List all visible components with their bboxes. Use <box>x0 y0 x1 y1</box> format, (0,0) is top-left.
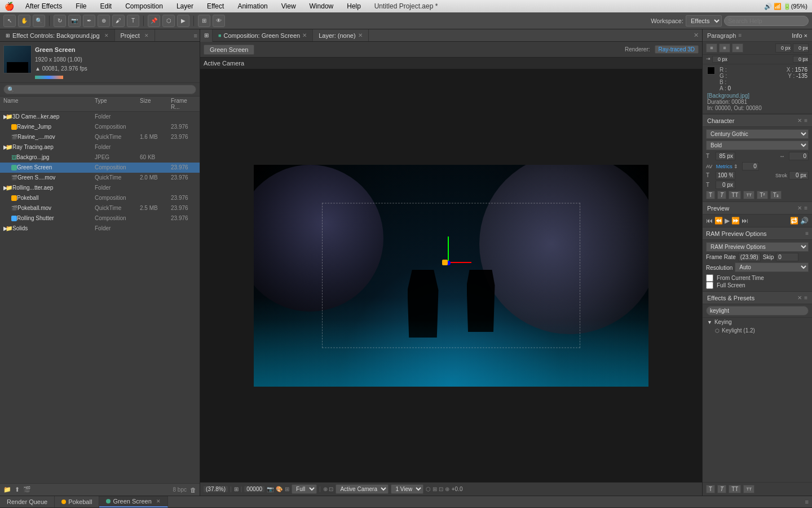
effects-close[interactable]: ✕ <box>797 295 802 301</box>
zoom-value[interactable]: (37.8%) <box>204 486 228 492</box>
tl-tab-render-queue[interactable]: Render Queue <box>0 496 55 507</box>
align-right-btn[interactable]: ≡ <box>732 43 743 52</box>
scale-h-input[interactable] <box>716 171 735 179</box>
effects-menu[interactable]: ≡ <box>804 295 807 301</box>
tree-item-3[interactable]: ▶ 📁 Ray Tracing.aep Folder <box>0 142 200 152</box>
view-count-select[interactable]: 1 View <box>391 484 423 494</box>
tab-project[interactable]: Project ✕ <box>115 29 155 41</box>
tab-layer[interactable]: Layer: (none) ✕ <box>313 29 368 41</box>
tracking-input[interactable] <box>789 152 809 160</box>
tl-tab-pokeball[interactable]: Pokeball <box>55 496 99 507</box>
tab-effect-controls[interactable]: ⊞ Effect Controls: Background.jpg ✕ <box>0 29 115 41</box>
prev-to-start[interactable]: ⏮ <box>706 217 713 225</box>
green-screen-tl-close[interactable]: ✕ <box>156 498 161 504</box>
menu-layer[interactable]: Layer <box>174 2 196 10</box>
ram-from-current-cb[interactable] <box>706 274 713 282</box>
tree-item-6[interactable]: 🎬 Green S....mov QuickTime 2.0 MB 23.976 <box>0 173 200 183</box>
toolbar-pen[interactable]: ✒ <box>83 15 95 27</box>
active-camera-select[interactable]: Active Camera <box>336 484 389 494</box>
project-search-input[interactable] <box>3 85 196 94</box>
para-indent2[interactable] <box>793 43 809 52</box>
fmt-smallcaps[interactable]: TT <box>743 191 754 199</box>
font-size-input[interactable] <box>716 152 735 160</box>
toolbar-rotate[interactable]: ↻ <box>54 15 66 27</box>
toolbar-clone[interactable]: ⊕ <box>98 15 110 27</box>
align-center-btn[interactable]: ≡ <box>719 43 730 52</box>
toolbar-select[interactable]: ↖ <box>3 15 16 27</box>
menu-composition[interactable]: Composition <box>123 2 165 10</box>
para-space1[interactable] <box>712 56 728 63</box>
search-help-input[interactable] <box>724 16 809 26</box>
delete-btn[interactable]: 🗑 <box>190 487 196 493</box>
menu-file[interactable]: File <box>73 2 89 10</box>
baseline-input[interactable] <box>716 181 735 189</box>
menu-help[interactable]: Help <box>345 2 363 10</box>
fmt-sub[interactable]: T₂ <box>770 191 782 199</box>
prev-audio[interactable]: 🔊 <box>800 217 809 225</box>
rpanel-menu-icon[interactable]: ≡ <box>738 32 742 38</box>
toolbar-pin[interactable]: 📌 <box>148 15 160 27</box>
tl-menu-icon[interactable]: ≡ <box>805 498 809 505</box>
comp-tab-close[interactable]: ✕ <box>302 32 307 38</box>
para-indent1[interactable] <box>775 43 791 52</box>
metrics-select[interactable]: Metrics <box>716 164 732 169</box>
toolbar-zoom[interactable]: 🔍 <box>33 15 45 27</box>
fmt-italic[interactable]: T <box>717 191 726 199</box>
fmt-allcaps[interactable]: TT <box>729 191 741 199</box>
align-left-btn[interactable]: ≡ <box>706 43 717 52</box>
ram-res-select[interactable]: Auto <box>735 262 809 272</box>
eff-fmt-1[interactable]: T <box>706 485 715 493</box>
toolbar-hand[interactable]: ✋ <box>18 15 30 27</box>
prev-loop[interactable]: 🔁 <box>790 217 798 225</box>
preview-close[interactable]: ✕ <box>797 205 802 211</box>
left-panel-menu-icon[interactable]: ≡ <box>194 32 197 39</box>
ram-skip-value[interactable] <box>776 253 798 261</box>
prev-fwd-frame[interactable]: ⏩ <box>731 217 740 225</box>
tree-item-10[interactable]: Rolling Shutter Composition 23.976 <box>0 213 200 224</box>
prev-play[interactable]: ▶ <box>725 217 730 225</box>
tl-tab-green-screen[interactable]: Green Screen ✕ <box>99 496 167 507</box>
tree-item-7[interactable]: ▶ 📁 Rolling...tter.aep Folder <box>0 183 200 193</box>
effect-controls-close[interactable]: ✕ <box>104 33 109 38</box>
effects-group-keying[interactable]: ▼ Keying <box>703 318 812 326</box>
import-btn[interactable]: ⬆ <box>15 486 20 493</box>
tab-composition[interactable]: ■ Composition: Green Screen ✕ <box>213 29 313 41</box>
renderer-value-btn[interactable]: Ray-traced 3D <box>655 45 699 54</box>
comp-panel-menu[interactable]: ✕ <box>694 32 699 39</box>
toolbar-brush[interactable]: 🖌 <box>112 15 125 27</box>
ram-fr-value[interactable] <box>738 253 761 261</box>
tree-item-1[interactable]: Ravine_Jump Composition 23.976 <box>0 122 200 132</box>
project-close[interactable]: ✕ <box>144 33 149 38</box>
tree-item-2[interactable]: 🎬 Ravine_....mov QuickTime 1.6 MB 23.976 <box>0 132 200 142</box>
font-family-select[interactable]: Century Gothic <box>706 129 809 139</box>
character-menu[interactable]: ≡ <box>804 117 807 124</box>
layer-tab-close[interactable]: ✕ <box>358 32 363 38</box>
toolbar-text[interactable]: T <box>127 15 139 27</box>
menu-animation[interactable]: Animation <box>235 2 270 10</box>
ram-fullscreen-cb[interactable] <box>706 282 713 289</box>
apple-menu[interactable]: 🍎 <box>5 2 14 11</box>
effects-search-input[interactable] <box>706 306 809 316</box>
stroke-input[interactable] <box>789 171 809 179</box>
fmt-bold[interactable]: T <box>706 191 715 199</box>
menu-after-effects[interactable]: After Effects <box>23 2 64 10</box>
tree-item-11[interactable]: ▶ 📁 Solids Folder <box>0 224 200 234</box>
prev-back-frame[interactable]: ⏪ <box>714 217 723 225</box>
tree-item-0[interactable]: ▶ 📁 3D Came...ker.aep Folder <box>0 112 200 122</box>
toolbar-camera[interactable]: 📷 <box>68 15 81 27</box>
para-space2[interactable] <box>793 56 809 63</box>
menu-view[interactable]: View <box>279 2 298 10</box>
tree-item-9[interactable]: 🎬 Pokeball.mov QuickTime 2.5 MB 23.976 <box>0 203 200 213</box>
workspace-select[interactable]: Effects <box>686 15 722 27</box>
preview-menu[interactable]: ≡ <box>804 205 807 211</box>
composition-viewer[interactable] <box>200 69 702 482</box>
info-tab[interactable]: Info × <box>792 32 807 39</box>
fmt-super[interactable]: T² <box>757 191 767 199</box>
ram-menu[interactable]: ≡ <box>805 230 809 237</box>
timecode-display[interactable]: 00000 <box>244 486 264 492</box>
leading-input[interactable] <box>742 162 759 170</box>
prev-to-end[interactable]: ⏭ <box>742 217 748 225</box>
quality-select[interactable]: Full <box>292 484 317 494</box>
character-close[interactable]: ✕ <box>797 117 802 124</box>
menu-effect[interactable]: Effect <box>205 2 226 10</box>
